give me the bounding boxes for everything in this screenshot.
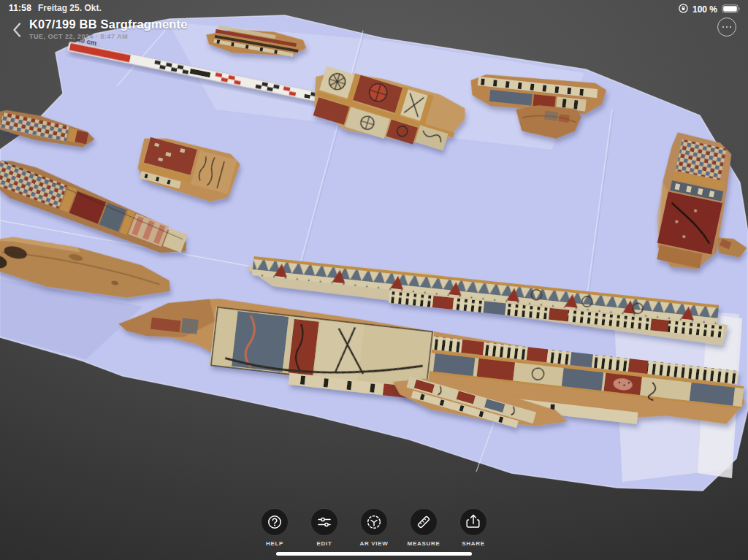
ar-view-label: AR VIEW [359,540,388,547]
app-screen: 11:58 Freitag 25. Okt. 100 % [0,0,748,560]
share-button[interactable]: SHARE [454,509,492,547]
status-date: Freitag 25. Okt. [38,3,102,13]
orientation-lock-icon [679,3,688,16]
sliders-icon [316,514,332,530]
share-label: SHARE [462,540,485,547]
edit-button[interactable]: EDIT [305,509,343,547]
status-time: 11:58 [9,3,31,13]
edit-label: EDIT [316,540,332,547]
page-title: K07/199 BB Sargfragmente [29,18,188,31]
ellipsis-icon [722,26,725,28]
help-button[interactable]: HELP [256,509,294,547]
share-icon [465,514,481,530]
chevron-left-icon [12,22,22,38]
model-viewport[interactable]: 40 cm [0,0,748,560]
bottom-toolbar: HELP EDIT AR VIEW [0,509,748,547]
page-subtitle: TUE, OCT 22, 2024 · 8:47 AM [29,33,128,40]
help-icon [267,514,283,530]
scan-scene: 40 cm [0,0,748,560]
more-options-button[interactable] [717,18,736,37]
home-indicator[interactable] [276,552,472,556]
ar-cube-icon [366,514,382,530]
ruler-icon [416,514,432,530]
back-button[interactable] [7,20,26,39]
help-label: HELP [266,540,283,547]
battery-icon [722,3,741,16]
ar-view-button[interactable]: AR VIEW [355,509,393,547]
status-bar: 11:58 Freitag 25. Okt. 100 % [0,0,748,16]
measure-button[interactable]: MEASURE [405,509,443,547]
battery-percent: 100 % [692,4,717,15]
header: K07/199 BB Sargfragmente TUE, OCT 22, 20… [0,18,748,47]
measure-label: MEASURE [408,540,440,547]
